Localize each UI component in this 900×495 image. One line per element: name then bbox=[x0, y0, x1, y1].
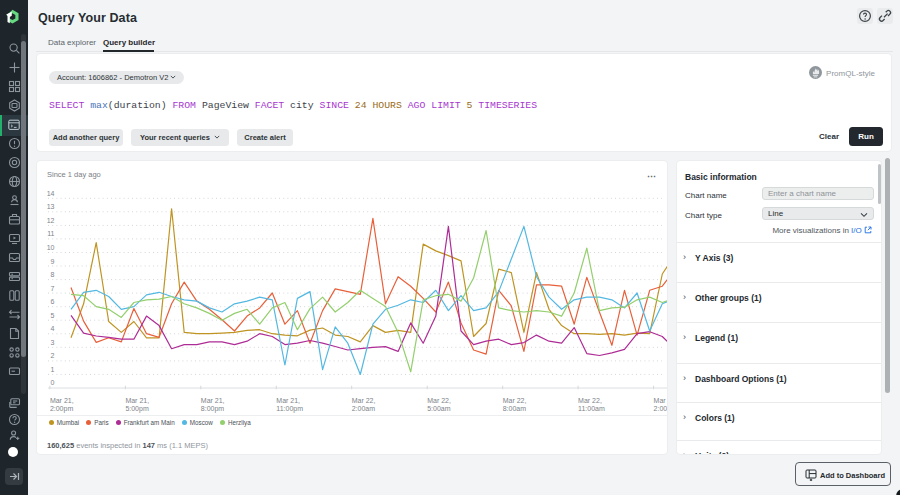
svg-text:8: 8 bbox=[51, 271, 55, 278]
svg-text:Mar 22,: Mar 22, bbox=[578, 397, 602, 404]
svg-text:8:00am: 8:00am bbox=[503, 405, 527, 412]
svg-text:Mar 22,: Mar 22, bbox=[654, 397, 668, 404]
svg-text:7: 7 bbox=[51, 285, 55, 292]
svg-text:Mar 22,: Mar 22, bbox=[503, 397, 527, 404]
svg-text:2:00am: 2:00am bbox=[352, 405, 376, 412]
svg-text:13: 13 bbox=[47, 203, 55, 210]
svg-text:9: 9 bbox=[51, 258, 55, 265]
svg-text:5:00am: 5:00am bbox=[427, 405, 451, 412]
svg-text:Mar 22,: Mar 22, bbox=[352, 397, 376, 404]
svg-text:12: 12 bbox=[47, 217, 55, 224]
svg-text:5: 5 bbox=[51, 312, 55, 319]
svg-text:Mar 21,: Mar 21, bbox=[276, 397, 300, 404]
svg-text:14: 14 bbox=[47, 190, 55, 197]
svg-text:2: 2 bbox=[51, 352, 55, 359]
svg-text:10: 10 bbox=[47, 244, 55, 251]
svg-text:2:00pm: 2:00pm bbox=[50, 405, 74, 413]
svg-text:Mar 21,: Mar 21, bbox=[50, 397, 74, 404]
svg-text:11:00pm: 11:00pm bbox=[276, 405, 303, 413]
svg-text:Mar 21,: Mar 21, bbox=[125, 397, 149, 404]
svg-text:2:00pm: 2:00pm bbox=[654, 405, 668, 413]
svg-text:11: 11 bbox=[47, 230, 54, 237]
svg-text:Mar 21,: Mar 21, bbox=[201, 397, 225, 404]
svg-text:6: 6 bbox=[51, 298, 55, 305]
svg-text:Mar 22,: Mar 22, bbox=[427, 397, 451, 404]
svg-text:5:00pm: 5:00pm bbox=[125, 405, 149, 413]
svg-text:8:00pm: 8:00pm bbox=[201, 405, 225, 413]
svg-text:11:00am: 11:00am bbox=[578, 405, 605, 412]
svg-text:0: 0 bbox=[51, 379, 55, 386]
svg-text:4: 4 bbox=[51, 325, 55, 332]
svg-text:1: 1 bbox=[51, 366, 55, 373]
svg-text:3: 3 bbox=[51, 339, 55, 346]
